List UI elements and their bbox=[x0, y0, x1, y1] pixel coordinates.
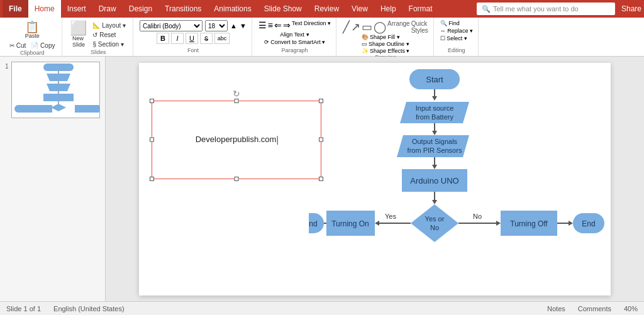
tab-slideshow[interactable]: Slide Show bbox=[258, 0, 308, 18]
svg-text:Yes or: Yes or bbox=[425, 215, 445, 223]
textbox-selected[interactable]: ↻ Developerpublish.com bbox=[152, 101, 321, 179]
font-decrease-button[interactable]: ▼ bbox=[240, 22, 247, 30]
svg-text:No: No bbox=[473, 213, 482, 220]
canvas-area: ↻ Developerpublish.com Start bbox=[106, 57, 644, 301]
share-button[interactable]: Share bbox=[621, 4, 641, 13]
tab-review[interactable]: Review bbox=[308, 0, 345, 18]
oval-shape[interactable]: ◯ bbox=[374, 20, 386, 34]
svg-rect-3 bbox=[43, 94, 74, 101]
flowchart-svg: Start Input source from Battery Output S… bbox=[309, 63, 611, 296]
language-info: English (United States) bbox=[53, 305, 125, 312]
text-direction-button[interactable]: Text Direction ▾ bbox=[292, 20, 331, 30]
svg-marker-28 bbox=[432, 165, 437, 169]
ribbon-slides: ⬜ NewSlide 📐 Layout ▾ ↺ Reset § Section … bbox=[64, 18, 133, 56]
svg-rect-10 bbox=[92, 105, 100, 113]
ribbon-drawing: ╱ ↗ ▭ ◯ Arrange QuickStyles 🎨 Shape Fill… bbox=[338, 18, 434, 56]
tab-format[interactable]: Format bbox=[402, 0, 439, 18]
rotate-handle[interactable]: ↻ bbox=[233, 89, 240, 99]
new-slide-button[interactable]: ⬜ NewSlide bbox=[69, 20, 88, 49]
slide-panel: 1 bbox=[0, 57, 106, 301]
font-size-select[interactable]: 18 bbox=[205, 20, 228, 31]
svg-marker-32 bbox=[432, 200, 437, 204]
quick-styles-button[interactable]: QuickStyles bbox=[411, 20, 428, 34]
font-case-button[interactable]: abc bbox=[214, 33, 230, 44]
file-menu[interactable]: File bbox=[3, 0, 28, 18]
svg-text:Turning Off: Turning Off bbox=[510, 219, 548, 228]
svg-marker-1 bbox=[47, 74, 70, 81]
tab-view[interactable]: View bbox=[345, 0, 374, 18]
clipboard-label: Clipboard bbox=[20, 50, 45, 56]
handle-tl[interactable] bbox=[150, 99, 154, 103]
textbox-text: Developerpublish.com bbox=[196, 135, 277, 144]
underline-button[interactable]: U bbox=[186, 33, 198, 44]
convert-smartart-button[interactable]: ⟳ Convert to SmartArt ▾ bbox=[264, 39, 326, 45]
line-shape[interactable]: ╱ bbox=[343, 20, 350, 34]
handle-ml[interactable] bbox=[150, 138, 154, 142]
svg-text:Arduino UNO: Arduino UNO bbox=[410, 176, 458, 185]
tell-me-search[interactable]: 🔍 Tell me what you want to do bbox=[477, 3, 615, 15]
find-button[interactable]: 🔍 Find bbox=[440, 20, 473, 26]
replace-button[interactable]: ↔ Replace ▾ bbox=[440, 28, 473, 34]
font-family-select[interactable]: Calibri (Body) bbox=[140, 20, 203, 31]
svg-text:No: No bbox=[430, 224, 439, 231]
layout-button[interactable]: 📐 Layout ▾ bbox=[91, 21, 128, 30]
tab-draw[interactable]: Draw bbox=[92, 0, 123, 18]
svg-text:Output Signals: Output Signals bbox=[412, 138, 458, 145]
cut-button[interactable]: ✂ Cut bbox=[8, 41, 28, 50]
svg-marker-23 bbox=[432, 131, 437, 135]
svg-marker-18 bbox=[432, 96, 437, 101]
svg-marker-2 bbox=[47, 84, 70, 91]
ribbon-paragraph: ☰ ≡ ⇐ ⇒ Text Direction ▾ Align Text ▾ ⟳ … bbox=[253, 18, 336, 56]
handle-bl[interactable] bbox=[150, 177, 154, 181]
strikethrough-button[interactable]: S̶ bbox=[200, 33, 213, 44]
shape-outline-button[interactable]: ▭ Shape Outline ▾ bbox=[362, 41, 410, 47]
zoom-level: 40% bbox=[624, 305, 638, 312]
font-increase-button[interactable]: ▲ bbox=[230, 22, 237, 30]
rect-shape[interactable]: ▭ bbox=[362, 20, 372, 34]
svg-rect-9 bbox=[14, 105, 28, 113]
arrange-button[interactable]: Arrange bbox=[387, 20, 410, 34]
numbering-button[interactable]: ≡ bbox=[268, 20, 273, 30]
indent-more-button[interactable]: ⇒ bbox=[283, 20, 291, 30]
bold-button[interactable]: B bbox=[157, 33, 169, 44]
status-bar: Slide 1 of 1 English (United States) Not… bbox=[0, 301, 644, 315]
svg-text:End: End bbox=[309, 219, 318, 228]
arrow-shape[interactable]: ↗ bbox=[351, 20, 360, 34]
section-button[interactable]: § Section ▾ bbox=[91, 40, 128, 48]
svg-text:Turning On: Turning On bbox=[331, 219, 369, 228]
handle-tm[interactable] bbox=[235, 99, 239, 103]
editing-label: Editing bbox=[448, 47, 465, 53]
align-text-button[interactable]: Align Text ▾ bbox=[280, 31, 309, 38]
slide-thumbnail[interactable] bbox=[11, 62, 100, 118]
slides-label: Slides bbox=[91, 49, 106, 55]
notes-button[interactable]: Notes bbox=[547, 305, 565, 312]
tab-help[interactable]: Help bbox=[374, 0, 402, 18]
tab-insert[interactable]: Insert bbox=[61, 0, 92, 18]
tab-home[interactable]: Home bbox=[28, 0, 61, 18]
bullets-button[interactable]: ☰ bbox=[258, 20, 267, 30]
svg-text:Start: Start bbox=[426, 75, 443, 84]
comments-button[interactable]: Comments bbox=[578, 305, 611, 312]
copy-button[interactable]: 📄 Copy bbox=[29, 41, 57, 50]
svg-text:Yes: Yes bbox=[385, 213, 396, 220]
reset-button[interactable]: ↺ Reset bbox=[91, 31, 128, 39]
slide-canvas[interactable]: ↻ Developerpublish.com Start bbox=[139, 63, 611, 296]
tab-design[interactable]: Design bbox=[123, 0, 158, 18]
select-button[interactable]: ☐ Select ▾ bbox=[440, 35, 473, 41]
shape-fill-button[interactable]: 🎨 Shape Fill ▾ bbox=[362, 34, 410, 40]
ribbon-font: Calibri (Body) 18 ▲ ▼ B I U S̶ abc Font bbox=[135, 18, 252, 56]
tab-transitions[interactable]: Transitions bbox=[158, 0, 208, 18]
paste-button[interactable]: 📋 Paste bbox=[24, 20, 41, 40]
svg-marker-33 bbox=[411, 204, 458, 242]
svg-rect-6 bbox=[35, 105, 52, 113]
svg-marker-4 bbox=[51, 104, 66, 111]
indent-less-button[interactable]: ⇐ bbox=[274, 20, 282, 30]
handle-bm[interactable] bbox=[235, 177, 239, 181]
textbox-content: Developerpublish.com bbox=[196, 135, 278, 145]
menu-tabs: Home Insert Draw Design Transitions Anim… bbox=[28, 0, 439, 18]
shape-effects-button[interactable]: ✨ Shape Effects ▾ bbox=[362, 48, 410, 54]
italic-button[interactable]: I bbox=[171, 33, 184, 44]
menu-bar: File Home Insert Draw Design Transitions… bbox=[0, 0, 644, 18]
svg-rect-0 bbox=[43, 64, 74, 71]
tab-animations[interactable]: Animations bbox=[208, 0, 257, 18]
